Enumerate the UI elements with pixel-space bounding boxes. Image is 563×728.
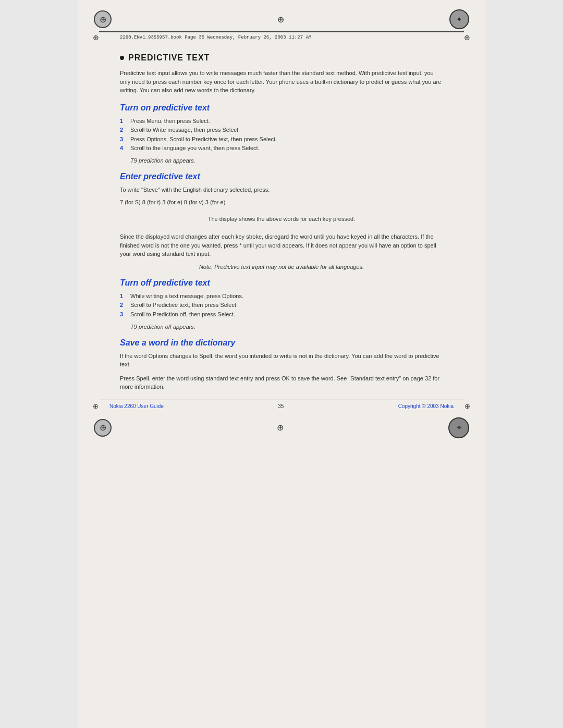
- off-text-2: Scroll to Predictive text, then press Se…: [130, 301, 238, 310]
- subsection-title-enter: Enter predictive text: [120, 172, 443, 181]
- page-meta: 2260.ENv1_9355957_book Page 35 Wednesday…: [109, 35, 454, 40]
- corner-br-circle: ✦: [448, 417, 469, 438]
- footer-right: Copyright © 2003 Nokia: [398, 403, 454, 409]
- left-crosshair: ⊕: [93, 33, 99, 42]
- off-num-1: 1: [120, 292, 126, 301]
- off-text-3: Scroll to Prediction off, then press Sel…: [130, 310, 235, 319]
- step-2: 2 Scroll to Write message, then press Se…: [120, 126, 443, 135]
- off-step-1: 1 While writing a text message, press Op…: [120, 292, 443, 301]
- turn-off-steps: 1 While writing a text message, press Op…: [120, 292, 443, 319]
- off-text-1: While writing a text message, press Opti…: [130, 292, 243, 301]
- save-body2: Press Spell, enter the word using standa…: [120, 374, 443, 391]
- turn-on-steps: 1 Press Menu, then press Select. 2 Scrol…: [120, 117, 443, 153]
- subsection-title-save: Save a word in the dictionary: [120, 338, 443, 348]
- enter-note: Note: Predictive text input may not be a…: [120, 264, 443, 270]
- footer-left: Nokia 2260 User Guide: [109, 403, 164, 409]
- off-step-3: 3 Scroll to Prediction off, then press S…: [120, 310, 443, 319]
- footer-left-crosshair: ⊕: [93, 401, 99, 411]
- step-text-1: Press Menu, then press Select.: [130, 117, 210, 126]
- turn-off-note: T9 prediction off appears.: [120, 324, 443, 330]
- top-center-crosshair: ⊕: [277, 15, 284, 24]
- bullet-dot: [120, 56, 124, 60]
- step-text-4: Scroll to the language you want, then pr…: [130, 144, 260, 153]
- page-container: ⊕ ⊕ ✦ ⊕ 2260.ENv1_9355957_book Page 35 W…: [0, 0, 563, 728]
- step-text-2: Scroll to Write message, then press Sele…: [130, 126, 240, 135]
- off-num-3: 3: [120, 310, 126, 319]
- footer-center: 35: [278, 403, 284, 409]
- step-1: 1 Press Menu, then press Select.: [120, 117, 443, 126]
- turn-on-note: T9 prediction on appears.: [120, 157, 443, 164]
- subsection-title-turn-on: Turn on predictive text: [120, 103, 443, 113]
- main-content: PREDICTIVE TEXT Predictive text input al…: [78, 53, 485, 391]
- intro-text: Predictive text input allows you to writ…: [120, 69, 443, 95]
- footer-right-crosshair: ⊕: [464, 401, 470, 411]
- corner-bl-circle: ⊕: [94, 419, 112, 437]
- enter-body1: Since the displayed word changes after e…: [120, 232, 443, 258]
- bottom-center-crosshair: ⊕: [277, 423, 284, 433]
- subsection-title-turn-off: Turn off predictive text: [120, 278, 443, 288]
- off-step-2: 2 Scroll to Predictive text, then press …: [120, 301, 443, 310]
- save-body1: If the word Options changes to Spell, th…: [120, 352, 443, 369]
- step-num-4: 4: [120, 144, 126, 153]
- main-section-title: PREDICTIVE TEXT: [128, 53, 210, 63]
- step-text-3: Press Options, Scroll to Predictive text…: [130, 135, 277, 144]
- corner-tl-circle: ⊕: [94, 10, 112, 28]
- key-sequence: 7 (for S) 8 (for t) 3 (for e) 8 (for v) …: [120, 199, 443, 205]
- step-3: 3 Press Options, Scroll to Predictive te…: [120, 135, 443, 144]
- step-num-1: 1: [120, 117, 126, 126]
- step-num-3: 3: [120, 135, 126, 144]
- step-4: 4 Scroll to the language you want, then …: [120, 144, 443, 153]
- off-num-2: 2: [120, 301, 126, 310]
- corner-tr-circle: ✦: [449, 9, 469, 29]
- main-section-header: PREDICTIVE TEXT: [120, 53, 443, 63]
- full-page: ⊕ ⊕ ✦ ⊕ 2260.ENv1_9355957_book Page 35 W…: [78, 0, 485, 728]
- display-note: The display shows the above words for ea…: [120, 213, 443, 225]
- enter-intro: To write "Steve" with the English dictio…: [120, 186, 443, 194]
- step-num-2: 2: [120, 126, 126, 135]
- right-crosshair: ⊕: [464, 33, 470, 42]
